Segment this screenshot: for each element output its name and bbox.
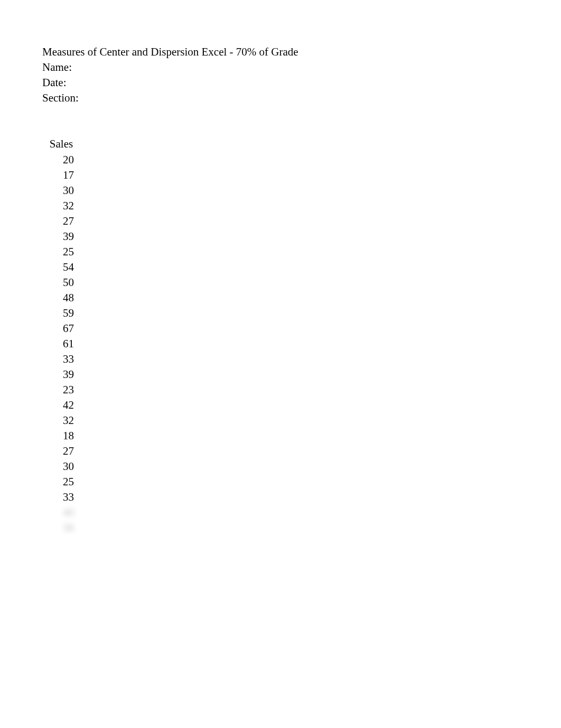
table-row: 54 [49, 260, 74, 275]
table-row: 33 [49, 490, 74, 505]
column-header: Sales [49, 136, 74, 152]
table-row-blurred: 40 [49, 505, 74, 520]
table-row: 27 [49, 444, 74, 459]
table-row: 23 [49, 382, 74, 398]
sales-table: Sales 20 17 30 32 27 39 25 54 50 48 59 6… [49, 136, 298, 536]
table-row: 61 [49, 336, 74, 352]
table-row: 39 [49, 367, 74, 382]
table-row: 17 [49, 168, 74, 183]
table-row: 48 [49, 290, 74, 306]
table-row: 20 [49, 152, 74, 168]
section-field-label: Section: [42, 90, 298, 106]
table-row: 25 [49, 474, 74, 490]
table-row: 39 [49, 229, 74, 244]
table-row: 25 [49, 244, 74, 260]
table-row: 18 [49, 428, 74, 444]
table-row: 32 [49, 198, 74, 214]
table-row: 30 [49, 459, 74, 474]
name-field-label: Name: [42, 60, 298, 75]
table-row: 30 [49, 183, 74, 198]
page-title: Measures of Center and Dispersion Excel … [42, 44, 298, 60]
date-field-label: Date: [42, 75, 298, 90]
document-body: Measures of Center and Dispersion Excel … [42, 44, 298, 536]
table-row: 32 [49, 413, 74, 428]
table-row: 50 [49, 275, 74, 290]
table-row: 67 [49, 321, 74, 336]
table-row: 59 [49, 306, 74, 321]
table-row: 27 [49, 214, 74, 229]
table-row: 42 [49, 398, 74, 413]
table-row-blurred: 36 [49, 520, 74, 536]
table-row: 33 [49, 352, 74, 367]
